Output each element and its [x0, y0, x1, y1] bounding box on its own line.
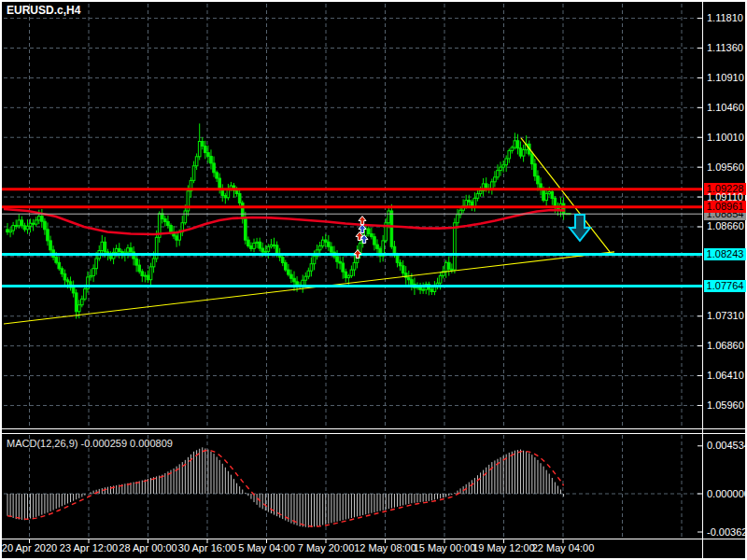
candle-body	[545, 193, 548, 200]
candle-body	[430, 289, 433, 291]
candle-body	[516, 141, 519, 148]
candle-body	[245, 218, 247, 240]
candle-body	[339, 261, 342, 263]
candle-body	[304, 276, 307, 280]
candle-body	[347, 276, 350, 278]
candle-body	[256, 242, 259, 243]
price-tick-label: 1.09560	[707, 161, 746, 174]
candle-body	[500, 167, 502, 170]
candle-body	[411, 280, 414, 285]
candle-body	[184, 211, 187, 223]
candle-body	[78, 305, 80, 312]
candle-body	[439, 275, 442, 283]
main-pane	[4, 4, 702, 427]
candle-body	[281, 258, 284, 263]
candle-body	[290, 274, 293, 278]
candle-body	[250, 245, 253, 248]
candle-body	[49, 241, 52, 250]
trade-arrow-marker[interactable]	[359, 217, 366, 225]
candle-body	[224, 195, 227, 197]
candle-body	[336, 257, 339, 261]
candle-body	[522, 149, 525, 156]
candle-body	[293, 278, 296, 282]
candle-body	[176, 236, 178, 240]
candle-body	[84, 289, 87, 300]
candle-body	[511, 147, 514, 150]
price-tick-label: 1.10460	[707, 102, 746, 114]
candle-body	[23, 226, 26, 230]
candle-body	[350, 270, 353, 276]
candle-body	[213, 163, 216, 173]
time-tick-label: 22 May 04:00	[524, 542, 602, 553]
candle-body	[198, 142, 201, 157]
candle-body	[164, 218, 167, 221]
candle-body	[152, 259, 155, 267]
candle-body	[364, 229, 367, 236]
candle-body	[534, 164, 537, 176]
price-tick-label: 1.11810	[707, 12, 746, 24]
candle-body	[138, 265, 141, 272]
price-tick-label: 1.05960	[707, 399, 746, 412]
candle-body	[444, 262, 447, 271]
candle-body	[47, 230, 49, 241]
candle-body	[562, 203, 565, 214]
candle-body	[399, 262, 402, 266]
price-tick-label: 1.11360	[707, 42, 746, 54]
candle-body	[55, 258, 58, 263]
candle-body	[63, 273, 66, 280]
candle-body	[167, 221, 170, 225]
candle-body	[321, 240, 324, 245]
candle-body	[61, 269, 63, 274]
candle-body	[468, 201, 471, 203]
price-chart-canvas[interactable]	[0, 0, 747, 560]
candle-body	[135, 259, 138, 265]
candle-body	[514, 141, 516, 147]
candle-body	[58, 262, 61, 269]
candle-body	[192, 166, 195, 181]
candle-body	[422, 289, 425, 290]
candle-body	[253, 243, 256, 248]
candle-body	[353, 262, 356, 270]
price-tick-label: 1.09110	[707, 191, 746, 203]
candle-body	[447, 262, 450, 269]
candle-body	[402, 266, 404, 273]
candle-body	[241, 203, 244, 218]
candle-body	[259, 242, 261, 248]
macd-tick-label: 0.000000	[707, 488, 746, 500]
candle-body	[310, 264, 313, 272]
candle-body	[551, 191, 554, 198]
candle-body	[388, 211, 390, 223]
candle-body	[261, 248, 264, 252]
candle-body	[141, 272, 144, 276]
price-tick-label: 1.06410	[707, 370, 746, 382]
trendline[interactable]	[521, 138, 610, 252]
down-arrow-object[interactable]	[570, 215, 590, 241]
candle-body	[313, 257, 316, 264]
candle-body	[345, 272, 347, 277]
candle-body	[95, 259, 98, 269]
candle-body	[324, 240, 327, 242]
candle-body	[273, 245, 275, 245]
candle-body	[454, 223, 457, 270]
candle-body	[72, 287, 75, 293]
candle-body	[238, 194, 241, 203]
price-tag: 1.07764	[704, 280, 746, 292]
candle-body	[247, 240, 250, 245]
candle-body	[90, 275, 92, 276]
candle-body	[494, 177, 497, 182]
candle-body	[210, 156, 213, 162]
candle-body	[537, 176, 540, 184]
candle-body	[479, 191, 482, 194]
ma-line[interactable]	[4, 209, 565, 234]
price-tick-label: 1.08660	[707, 220, 746, 232]
candle-body	[35, 220, 37, 224]
candle-body	[497, 171, 500, 177]
candle-body	[390, 211, 393, 246]
candle-body	[451, 269, 454, 270]
candle-body	[44, 221, 47, 230]
candle-body	[118, 248, 120, 251]
candle-body	[170, 226, 173, 233]
candle-body	[376, 245, 379, 248]
candle-body	[149, 267, 152, 280]
candle-body	[204, 146, 207, 152]
